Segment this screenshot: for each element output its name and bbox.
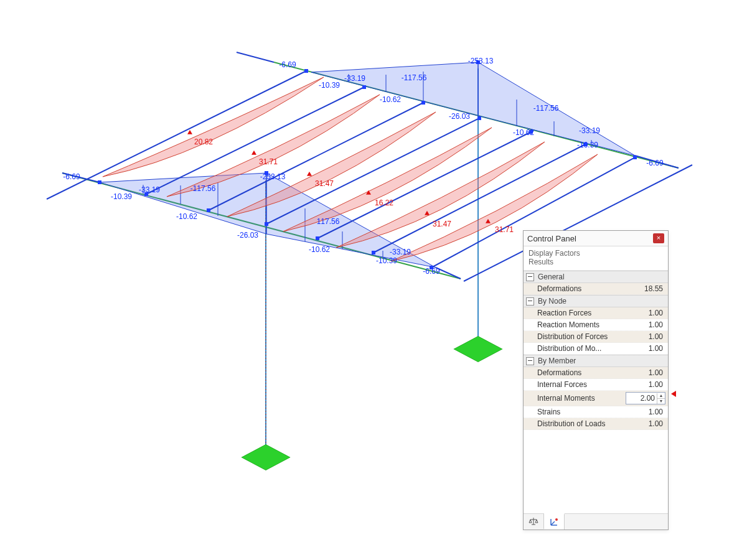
group-header-general[interactable]: General — [524, 271, 668, 283]
node-dot — [304, 69, 308, 73]
svg-point-33 — [555, 518, 558, 521]
node-dot — [265, 171, 268, 175]
node-dot — [633, 156, 637, 159]
svg-line-21 — [237, 52, 274, 62]
param-spin-input[interactable]: 2.00▲▼ — [626, 392, 665, 404]
svg-line-23 — [62, 173, 100, 182]
param-value: 1.00 — [629, 380, 665, 389]
peak-marker — [187, 130, 192, 134]
param-value: 1.00 — [629, 320, 665, 329]
group-header-by-member[interactable]: By Member — [524, 355, 668, 367]
node-dot — [477, 116, 481, 120]
node-dot — [583, 142, 587, 146]
node-dot — [430, 266, 433, 269]
param-value: 1.00 — [629, 332, 665, 341]
spin-down-icon[interactable]: ▼ — [657, 399, 665, 404]
panel-body: GeneralDeformations18.55By NodeReaction … — [524, 271, 668, 513]
group-header-by-node[interactable]: By Node — [524, 295, 668, 307]
param-label: Reaction Moments — [537, 320, 629, 329]
param-row[interactable]: Reaction Moments1.00 — [524, 319, 668, 331]
param-row[interactable]: Reaction Forces1.00 — [524, 307, 668, 319]
node-dot — [421, 101, 425, 105]
node-dot — [362, 85, 366, 89]
spin-up-icon[interactable]: ▲ — [657, 393, 665, 399]
svg-marker-13 — [100, 173, 266, 234]
param-value: 18.55 — [629, 284, 665, 293]
param-value: 1.00 — [629, 309, 665, 317]
node-dot — [316, 236, 319, 240]
peak-marker — [425, 211, 430, 215]
param-value: 1.00 — [629, 368, 665, 377]
param-row[interactable]: Distribution of Mo...1.00 — [524, 343, 668, 355]
panel-subtitle: Display Factors Results — [524, 246, 668, 271]
node-dot — [476, 60, 480, 64]
param-row[interactable]: Internal Moments2.00▲▼ — [524, 391, 668, 406]
peak-marker — [366, 190, 371, 195]
active-row-indicator-icon — [671, 391, 676, 397]
param-label: Deformations — [537, 368, 629, 377]
panel-titlebar[interactable]: Control Panel × — [524, 231, 668, 246]
scale-icon — [529, 516, 538, 526]
collapse-icon[interactable] — [526, 297, 534, 306]
param-label: Distribution of Mo... — [537, 344, 629, 353]
node-dot — [207, 208, 210, 212]
node-dot — [529, 130, 533, 134]
peak-marker — [486, 219, 491, 223]
svg-line-29 — [317, 132, 531, 238]
param-label: Internal Forces — [537, 380, 629, 389]
param-label: Strains — [537, 408, 629, 416]
param-value: 1.00 — [629, 344, 665, 353]
param-value: 1.00 — [629, 419, 665, 428]
scale-icon-tab[interactable] — [524, 514, 544, 529]
collapse-icon[interactable] — [526, 357, 534, 365]
axes-icon — [549, 517, 559, 527]
control-panel[interactable]: Control Panel × Display Factors Results … — [523, 230, 669, 530]
node-dot — [265, 222, 268, 226]
param-label: Distribution of Loads — [537, 419, 629, 428]
param-value: 1.00 — [629, 408, 665, 416]
svg-line-22 — [635, 156, 679, 168]
svg-marker-6 — [478, 62, 635, 156]
node-dot — [144, 192, 148, 196]
svg-marker-5 — [311, 62, 478, 116]
param-row[interactable]: Strains1.00 — [524, 406, 668, 418]
param-row[interactable]: Deformations1.00 — [524, 367, 668, 379]
node-dot — [98, 180, 101, 184]
svg-line-28 — [266, 118, 479, 224]
param-label: Distribution of Forces — [537, 332, 629, 341]
axes-icon-tab[interactable] — [544, 513, 565, 530]
param-label: Deformations — [537, 284, 629, 293]
panel-title-text: Control Panel — [527, 234, 653, 243]
collapse-icon[interactable] — [526, 273, 534, 281]
close-icon[interactable]: × — [653, 233, 664, 243]
peak-marker — [307, 172, 312, 176]
param-value: 2.00 — [626, 394, 657, 403]
param-row[interactable]: Internal Forces1.00 — [524, 379, 668, 391]
node-dot — [372, 251, 375, 254]
param-label: Internal Moments — [537, 394, 626, 403]
peak-marker — [251, 151, 256, 155]
panel-footer — [524, 513, 668, 530]
param-row[interactable]: Deformations18.55 — [524, 283, 668, 295]
param-label: Reaction Forces — [537, 309, 629, 317]
param-row[interactable]: Distribution of Forces1.00 — [524, 331, 668, 343]
param-row[interactable]: Distribution of Loads1.00 — [524, 418, 668, 430]
